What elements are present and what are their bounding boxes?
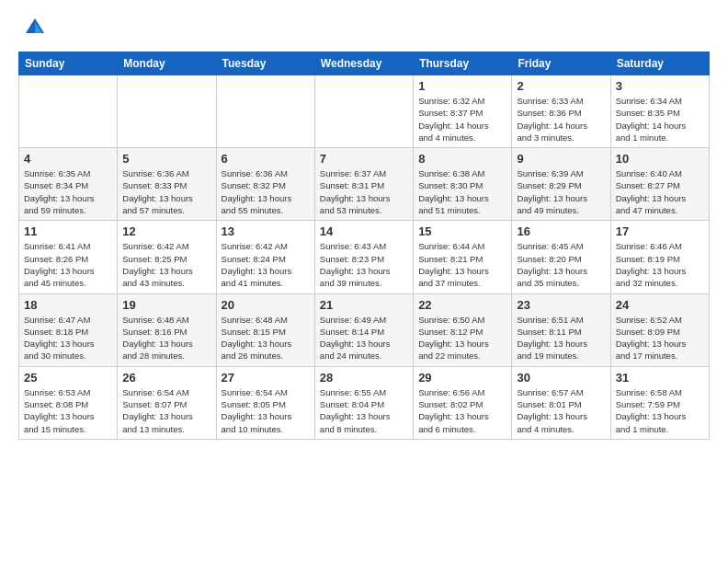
day-number: 9 (517, 152, 605, 166)
calendar-cell: 7Sunrise: 6:37 AM Sunset: 8:31 PM Daylig… (314, 148, 413, 221)
day-info: Sunrise: 6:48 AM Sunset: 8:15 PM Dayligh… (222, 314, 310, 362)
calendar-day-header: Tuesday (216, 52, 314, 75)
calendar-cell: 8Sunrise: 6:38 AM Sunset: 8:30 PM Daylig… (414, 148, 512, 221)
calendar-cell (216, 75, 314, 148)
day-number: 4 (24, 152, 112, 166)
calendar-cell: 2Sunrise: 6:33 AM Sunset: 8:36 PM Daylig… (512, 75, 610, 148)
calendar-day-header: Sunday (19, 52, 118, 75)
day-info: Sunrise: 6:38 AM Sunset: 8:30 PM Dayligh… (418, 167, 506, 216)
day-number: 7 (320, 152, 408, 166)
day-info: Sunrise: 6:40 AM Sunset: 8:27 PM Dayligh… (616, 167, 704, 216)
calendar-cell: 17Sunrise: 6:46 AM Sunset: 8:19 PM Dayli… (610, 221, 709, 293)
day-number: 8 (418, 152, 506, 166)
calendar-cell: 23Sunrise: 6:51 AM Sunset: 8:11 PM Dayli… (512, 293, 610, 366)
day-info: Sunrise: 6:34 AM Sunset: 8:35 PM Dayligh… (616, 95, 704, 144)
day-number: 27 (222, 371, 310, 385)
day-info: Sunrise: 6:32 AM Sunset: 8:37 PM Dayligh… (418, 95, 506, 144)
day-number: 18 (24, 298, 112, 312)
day-info: Sunrise: 6:43 AM Sunset: 8:23 PM Dayligh… (320, 240, 408, 289)
calendar-cell: 11Sunrise: 6:41 AM Sunset: 8:26 PM Dayli… (19, 221, 118, 293)
calendar-cell: 31Sunrise: 6:58 AM Sunset: 7:59 PM Dayli… (610, 366, 709, 439)
logo-icon (22, 15, 48, 40)
calendar-cell: 29Sunrise: 6:56 AM Sunset: 8:02 PM Dayli… (414, 366, 512, 439)
day-number: 28 (320, 371, 408, 385)
calendar-cell: 3Sunrise: 6:34 AM Sunset: 8:35 PM Daylig… (610, 75, 709, 148)
day-number: 22 (418, 298, 506, 312)
day-info: Sunrise: 6:36 AM Sunset: 8:32 PM Dayligh… (222, 167, 310, 216)
day-number: 26 (122, 371, 210, 385)
calendar-day-header: Thursday (414, 52, 512, 75)
day-number: 25 (24, 371, 112, 385)
day-info: Sunrise: 6:47 AM Sunset: 8:18 PM Dayligh… (24, 314, 112, 362)
day-number: 3 (616, 79, 704, 93)
day-info: Sunrise: 6:56 AM Sunset: 8:02 PM Dayligh… (418, 386, 506, 435)
calendar-day-header: Monday (118, 52, 216, 75)
day-number: 1 (418, 79, 506, 93)
calendar-cell: 28Sunrise: 6:55 AM Sunset: 8:04 PM Dayli… (314, 366, 413, 439)
day-number: 12 (122, 224, 210, 238)
calendar-cell: 9Sunrise: 6:39 AM Sunset: 8:29 PM Daylig… (512, 148, 610, 221)
calendar-cell: 19Sunrise: 6:48 AM Sunset: 8:16 PM Dayli… (118, 293, 216, 366)
day-number: 10 (616, 152, 704, 166)
day-number: 11 (24, 224, 112, 238)
day-info: Sunrise: 6:54 AM Sunset: 8:05 PM Dayligh… (222, 386, 310, 435)
calendar-cell: 4Sunrise: 6:35 AM Sunset: 8:34 PM Daylig… (19, 148, 118, 221)
day-info: Sunrise: 6:44 AM Sunset: 8:21 PM Dayligh… (418, 240, 506, 289)
day-info: Sunrise: 6:49 AM Sunset: 8:14 PM Dayligh… (320, 314, 408, 362)
calendar-cell: 12Sunrise: 6:42 AM Sunset: 8:25 PM Dayli… (118, 221, 216, 293)
day-number: 13 (222, 224, 310, 238)
day-number: 5 (122, 152, 210, 166)
header (18, 15, 710, 40)
calendar-cell: 26Sunrise: 6:54 AM Sunset: 8:07 PM Dayli… (118, 366, 216, 439)
calendar-cell: 25Sunrise: 6:53 AM Sunset: 8:08 PM Dayli… (19, 366, 118, 439)
day-number: 21 (320, 298, 408, 312)
day-info: Sunrise: 6:42 AM Sunset: 8:24 PM Dayligh… (222, 240, 310, 289)
calendar-cell: 6Sunrise: 6:36 AM Sunset: 8:32 PM Daylig… (216, 148, 314, 221)
calendar-week-row: 18Sunrise: 6:47 AM Sunset: 8:18 PM Dayli… (19, 293, 710, 366)
calendar-cell: 1Sunrise: 6:32 AM Sunset: 8:37 PM Daylig… (414, 75, 512, 148)
day-info: Sunrise: 6:51 AM Sunset: 8:11 PM Dayligh… (517, 314, 605, 362)
day-info: Sunrise: 6:57 AM Sunset: 8:01 PM Dayligh… (517, 386, 605, 435)
day-info: Sunrise: 6:55 AM Sunset: 8:04 PM Dayligh… (320, 386, 408, 435)
calendar-week-row: 25Sunrise: 6:53 AM Sunset: 8:08 PM Dayli… (19, 366, 710, 439)
calendar-cell: 24Sunrise: 6:52 AM Sunset: 8:09 PM Dayli… (610, 293, 709, 366)
day-number: 24 (616, 298, 704, 312)
day-info: Sunrise: 6:41 AM Sunset: 8:26 PM Dayligh… (24, 240, 112, 289)
calendar-cell: 20Sunrise: 6:48 AM Sunset: 8:15 PM Dayli… (216, 293, 314, 366)
calendar-cell: 13Sunrise: 6:42 AM Sunset: 8:24 PM Dayli… (216, 221, 314, 293)
day-info: Sunrise: 6:33 AM Sunset: 8:36 PM Dayligh… (517, 95, 605, 144)
day-number: 29 (418, 371, 506, 385)
day-info: Sunrise: 6:39 AM Sunset: 8:29 PM Dayligh… (517, 167, 605, 216)
day-number: 6 (222, 152, 310, 166)
day-number: 20 (222, 298, 310, 312)
calendar-cell: 27Sunrise: 6:54 AM Sunset: 8:05 PM Dayli… (216, 366, 314, 439)
logo (18, 15, 48, 40)
page: SundayMondayTuesdayWednesdayThursdayFrid… (0, 0, 728, 563)
day-info: Sunrise: 6:46 AM Sunset: 8:19 PM Dayligh… (616, 240, 704, 289)
calendar-cell: 5Sunrise: 6:36 AM Sunset: 8:33 PM Daylig… (118, 148, 216, 221)
calendar-cell: 14Sunrise: 6:43 AM Sunset: 8:23 PM Dayli… (314, 221, 413, 293)
calendar-week-row: 11Sunrise: 6:41 AM Sunset: 8:26 PM Dayli… (19, 221, 710, 293)
day-info: Sunrise: 6:48 AM Sunset: 8:16 PM Dayligh… (122, 314, 210, 362)
calendar-cell: 30Sunrise: 6:57 AM Sunset: 8:01 PM Dayli… (512, 366, 610, 439)
day-number: 14 (320, 224, 408, 238)
calendar-header-row: SundayMondayTuesdayWednesdayThursdayFrid… (19, 52, 710, 75)
day-info: Sunrise: 6:52 AM Sunset: 8:09 PM Dayligh… (616, 314, 704, 362)
calendar-day-header: Wednesday (314, 52, 413, 75)
calendar-table: SundayMondayTuesdayWednesdayThursdayFrid… (18, 52, 710, 440)
day-number: 30 (517, 371, 605, 385)
day-info: Sunrise: 6:53 AM Sunset: 8:08 PM Dayligh… (24, 386, 112, 435)
day-info: Sunrise: 6:42 AM Sunset: 8:25 PM Dayligh… (122, 240, 210, 289)
day-number: 31 (616, 371, 704, 385)
day-number: 15 (418, 224, 506, 238)
calendar-cell: 22Sunrise: 6:50 AM Sunset: 8:12 PM Dayli… (414, 293, 512, 366)
day-info: Sunrise: 6:45 AM Sunset: 8:20 PM Dayligh… (517, 240, 605, 289)
day-info: Sunrise: 6:58 AM Sunset: 7:59 PM Dayligh… (616, 386, 704, 435)
day-number: 23 (517, 298, 605, 312)
day-number: 2 (517, 79, 605, 93)
calendar-cell: 21Sunrise: 6:49 AM Sunset: 8:14 PM Dayli… (314, 293, 413, 366)
calendar-cell: 10Sunrise: 6:40 AM Sunset: 8:27 PM Dayli… (610, 148, 709, 221)
calendar-day-header: Friday (512, 52, 610, 75)
calendar-cell: 16Sunrise: 6:45 AM Sunset: 8:20 PM Dayli… (512, 221, 610, 293)
calendar-cell (314, 75, 413, 148)
